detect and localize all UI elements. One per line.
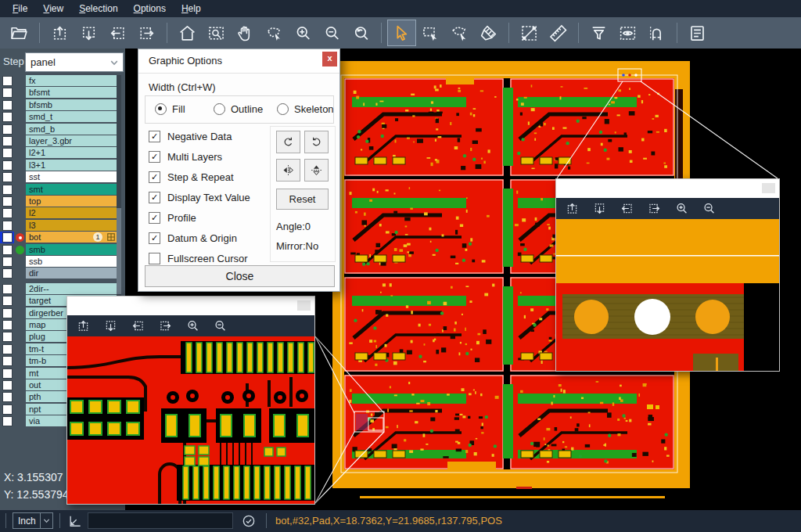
open-file-button[interactable] [5, 20, 34, 46]
layer-row-l3[interactable]: l3 [0, 220, 125, 232]
zoom-home-button[interactable] [173, 20, 202, 46]
option-profile[interactable]: ✓Profile [149, 212, 196, 224]
step-dropdown[interactable]: panel [25, 52, 124, 72]
measure-button[interactable] [515, 20, 544, 46]
layer-row-smt[interactable]: smt [0, 184, 125, 196]
option-fullscreen-cursor[interactable]: Fullscreen Cursor [149, 253, 248, 264]
step-left-button[interactable] [619, 201, 634, 217]
mirror-vertical-button[interactable] [304, 159, 329, 182]
layer-row-l3+1[interactable]: l3+1 [0, 160, 125, 171]
zoom-out-button[interactable] [212, 318, 228, 334]
layer-row-dir[interactable]: dir [0, 268, 125, 279]
layer-row-layer_3.gbr[interactable]: layer_3.gbr [0, 135, 125, 147]
zoom-previous-button[interactable] [347, 20, 375, 46]
snap-button[interactable] [642, 20, 671, 46]
checkbox[interactable]: ✓ [149, 232, 160, 244]
layer-row-sst[interactable]: sst [0, 171, 125, 183]
layer-name[interactable]: l3 [26, 220, 121, 231]
layer-checkbox[interactable] [2, 404, 13, 415]
layer-checkbox[interactable] [2, 221, 13, 231]
layer-name[interactable]: l3+1 [26, 160, 121, 171]
layer-row-smd_t[interactable]: smd_t [0, 111, 125, 123]
checkbox[interactable]: ✓ [149, 212, 160, 224]
step-right-button[interactable] [132, 20, 161, 46]
layer-row-bfsmb[interactable]: bfsmb [0, 99, 125, 111]
layer-checkbox[interactable] [2, 344, 13, 354]
step-down-button[interactable] [591, 201, 607, 217]
layer-row-bfsmt[interactable]: bfsmt [0, 87, 125, 99]
layer-checkbox[interactable] [2, 368, 13, 379]
option-step-repeat[interactable]: ✓Step & Repeat [149, 171, 234, 183]
layer-checkbox[interactable] [2, 332, 13, 342]
layer-name[interactable]: smd_t [26, 111, 121, 122]
corner-cursor-icon[interactable] [67, 513, 83, 529]
step-right-button[interactable] [157, 318, 173, 334]
layer-checkbox[interactable] [2, 308, 13, 318]
zoom-in-button[interactable] [185, 318, 200, 334]
step-down-button[interactable] [74, 20, 103, 46]
layer-name[interactable]: layer_3.gbr [26, 135, 121, 146]
radio-fill[interactable]: Fill [155, 103, 185, 115]
layer-checkbox[interactable] [2, 208, 13, 218]
layer-checkbox[interactable] [2, 148, 13, 158]
layer-checkbox[interactable] [2, 296, 13, 306]
menu-options[interactable]: Options [126, 2, 174, 16]
layer-name[interactable]: l2+1 [26, 147, 121, 158]
layer-row-ssb[interactable]: ssb [0, 256, 125, 268]
layer-checkbox[interactable] [2, 112, 13, 122]
rotate-ccw-button[interactable] [304, 131, 329, 153]
clean-button[interactable] [474, 20, 503, 46]
layer-name[interactable]: ssb [26, 256, 121, 267]
apply-check-icon[interactable] [241, 513, 257, 529]
radio-circle[interactable] [214, 103, 225, 115]
magnifier-menu-button[interactable] [297, 300, 311, 311]
menu-file[interactable]: File [5, 2, 35, 16]
layer-checkbox[interactable] [2, 416, 13, 426]
close-button[interactable]: Close [145, 265, 335, 287]
command-input[interactable] [88, 512, 233, 529]
menu-help[interactable]: Help [174, 2, 209, 16]
dialog-title-bar[interactable]: Graphic Options x [138, 49, 339, 74]
reset-button[interactable]: Reset [276, 189, 329, 210]
zoom-out-button[interactable] [701, 201, 717, 217]
menu-selection[interactable]: Selection [71, 2, 125, 16]
mirror-horizontal-button[interactable] [276, 159, 300, 182]
layer-checkbox[interactable] [2, 268, 13, 279]
checkbox[interactable]: ✓ [149, 171, 160, 183]
layer-name[interactable]: bot1 [26, 232, 121, 243]
layer-checkbox[interactable] [2, 245, 13, 255]
option-datum-origin[interactable]: ✓Datum & Origin [149, 232, 237, 244]
layer-checkbox[interactable] [2, 196, 13, 207]
step-up-button[interactable] [45, 20, 74, 46]
layer-name[interactable]: sst [26, 171, 121, 182]
zoom-window-button[interactable] [202, 20, 231, 46]
layer-checkbox[interactable] [2, 356, 13, 366]
layer-name[interactable]: smb [26, 244, 121, 255]
layer-row-fx[interactable]: fx [0, 75, 125, 87]
filter-button[interactable] [584, 20, 613, 46]
option-negative-data[interactable]: ✓Negative Data [149, 131, 232, 142]
layer-row-2dir--[interactable]: 2dir-- [0, 283, 125, 295]
step-down-button[interactable] [102, 318, 118, 334]
layer-checkbox[interactable] [2, 160, 13, 171]
layer-checkbox[interactable] [2, 136, 13, 146]
radio-circle[interactable] [277, 103, 289, 115]
object-view-button[interactable] [613, 20, 642, 46]
zoom-in-button[interactable] [673, 201, 689, 217]
zoom-polygon-button[interactable] [260, 20, 289, 46]
layer-checkbox[interactable] [2, 185, 13, 195]
layer-row-top[interactable]: top [0, 196, 125, 207]
layer-name[interactable]: smd_b [26, 124, 121, 135]
layer-checkbox[interactable] [2, 380, 13, 390]
layer-row-smb[interactable]: smb [0, 244, 125, 256]
radio-outline[interactable]: Outline [214, 103, 263, 115]
layer-row-l2[interactable]: l2 [0, 207, 125, 219]
checkbox[interactable]: ✓ [149, 151, 160, 163]
select-button[interactable] [387, 20, 416, 46]
ruler-button[interactable] [544, 20, 573, 46]
layer-name[interactable]: 2dir-- [26, 283, 121, 294]
menu-view[interactable]: View [35, 2, 71, 16]
layer-checkbox[interactable] [2, 257, 13, 267]
layer-name[interactable]: fx [26, 75, 121, 86]
select-polygon-button[interactable] [445, 20, 474, 46]
